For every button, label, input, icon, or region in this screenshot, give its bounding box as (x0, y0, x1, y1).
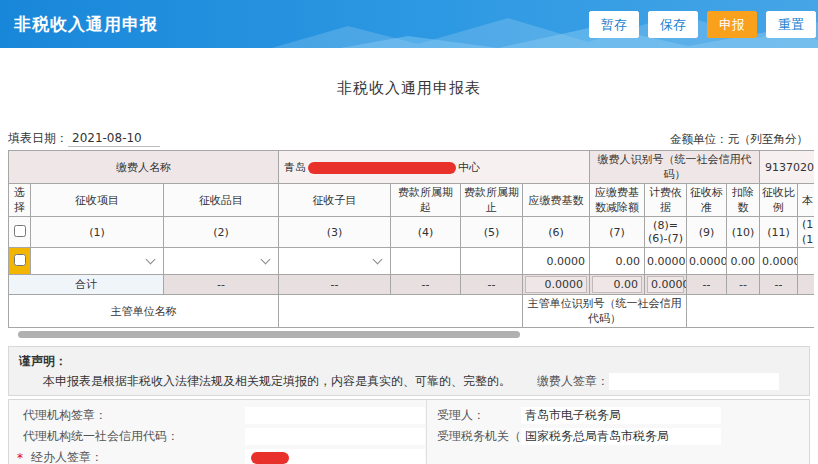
supervisor-name-value[interactable] (279, 295, 523, 328)
save-button[interactable]: 保存 (648, 11, 698, 38)
colnum-3: (3) (279, 217, 391, 248)
acceptor-label: 受理人： (437, 407, 485, 424)
fill-date-label: 填表日期： (8, 131, 68, 145)
horizontal-scrollbar[interactable] (18, 331, 520, 338)
col-fee-base: 应缴费基数 (523, 184, 590, 217)
col-select: 选择 (9, 184, 31, 217)
colnum-8: (8)=(6)-(7) (645, 217, 687, 248)
temp-save-button[interactable]: 暂存 (589, 11, 639, 38)
payer-name-redaction (308, 162, 456, 174)
footer-left-column: 代理机构签章： 代理机构统一社会信用代码： * 经办人签章： * 经办人身份证件… (9, 400, 427, 464)
total-row-label: 合计 (9, 275, 164, 295)
levy-standard-value: 0.000000 (687, 248, 727, 275)
payer-name-value: 青岛中心 (279, 151, 590, 184)
chevron-down-icon (373, 255, 383, 265)
row-select-cell (9, 248, 31, 275)
total-dash: -- (687, 275, 727, 295)
col-deduct-number: 扣除数 (727, 184, 760, 217)
period-end-input[interactable] (461, 248, 523, 275)
colnum-9: (9) (687, 217, 727, 248)
row-checkbox[interactable] (14, 254, 26, 266)
col-base-deduction: 应缴费基数减除额 (590, 184, 645, 217)
page-header-banner: 非税收入通用申报 暂存 保存 申报 重置 (0, 0, 818, 48)
total-dash: -- (391, 275, 461, 295)
statement-heading: 谨声明： (19, 353, 799, 370)
col-levy-subitem: 征收子目 (279, 184, 391, 217)
colnum-5: (5) (461, 217, 523, 248)
agency-code-label: 代理机构统一社会信用代码： (23, 428, 179, 445)
payer-signature-field[interactable] (609, 373, 779, 390)
chevron-down-icon (146, 255, 156, 265)
supervisor-id-value[interactable] (687, 295, 815, 328)
colnum-12: (1(1 (798, 217, 815, 248)
total-clipped-cell (798, 275, 815, 295)
colnum-6: (6) (523, 217, 590, 248)
deduct-number-input[interactable]: 0.00 (727, 248, 760, 275)
col-levy-standard: 征收标准 (687, 184, 727, 217)
total-dash: -- (279, 275, 391, 295)
declaration-statement-box: 谨声明： 本申报表是根据非税收入法律法规及相关规定填报的，内容是真实的、可靠的、… (8, 346, 810, 396)
col-billing-basis: 计费依据 (645, 184, 687, 217)
declaration-table-viewport: 缴费人名称 青岛中心 缴费人识别号（统一社会信用代码） 9137020 选择 征… (8, 150, 814, 328)
required-asterisk: * (17, 451, 23, 464)
base-deduction-input[interactable]: 0.00 (590, 248, 645, 275)
total-dash: -- (727, 275, 760, 295)
declare-button[interactable]: 申报 (707, 11, 757, 38)
colnum-11: (11) (760, 217, 798, 248)
fill-date-input[interactable]: 2021-08-10 (68, 131, 160, 147)
chevron-down-icon (261, 255, 271, 265)
colnum-1: (1) (31, 217, 164, 248)
payer-id-value: 9137020 (760, 151, 815, 184)
payer-id-label: 缴费人识别号（统一社会信用代码） (590, 151, 760, 184)
agency-signature-field[interactable] (245, 407, 425, 424)
colnum-4: (4) (391, 217, 461, 248)
total-base-deduction: 0.00 (590, 275, 645, 295)
payer-name-label: 缴费人名称 (9, 151, 279, 184)
select-all-cell (9, 217, 31, 248)
colnum-10: (10) (727, 217, 760, 248)
total-dash: -- (760, 275, 798, 295)
levy-item-select[interactable] (31, 248, 164, 275)
colnum-2: (2) (164, 217, 279, 248)
payer-name-suffix: 中心 (458, 161, 480, 174)
footer-spacer-row (437, 447, 809, 464)
payer-name-prefix: 青岛 (284, 161, 306, 174)
operator-signature-field[interactable] (245, 449, 425, 464)
col-period-end: 费款所属期止 (461, 184, 523, 217)
colnum-7: (7) (590, 217, 645, 248)
col-levy-item: 征收项目 (31, 184, 164, 217)
payer-signature-label: 缴费人签章： (537, 374, 609, 388)
footer-right-column: 受理人： 青岛市电子税务局 受理税务机关（章）： 国家税务总局青岛市税务局 受理… (427, 400, 809, 464)
declaration-table: 缴费人名称 青岛中心 缴费人识别号（统一社会信用代码） 9137020 选择 征… (8, 150, 814, 328)
levy-ratio-value: 0.000000 (760, 248, 798, 275)
billing-basis-value: 0.0000 (645, 248, 687, 275)
current-payable-cell (798, 248, 815, 275)
form-title: 非税收入通用申报表 (0, 79, 818, 98)
acceptor-value: 青岛市电子税务局 (521, 407, 721, 424)
total-fee-base: 0.0000 (523, 275, 590, 295)
tax-authority-value: 国家税务总局青岛市税务局 (521, 428, 721, 445)
total-dash: -- (461, 275, 523, 295)
select-all-checkbox[interactable] (14, 225, 26, 237)
reset-button[interactable]: 重置 (766, 11, 816, 38)
levy-subitem-select[interactable] (279, 248, 391, 275)
banner-buttons: 暂存 保存 申报 重置 (589, 11, 818, 38)
agency-signature-label: 代理机构签章： (23, 407, 107, 424)
operator-signature-label: 经办人签章： (31, 449, 103, 464)
form-meta-row: 填表日期：2021-08-10 金额单位：元（列至角分） (8, 129, 810, 147)
period-start-input[interactable] (391, 248, 461, 275)
operator-signature-redaction (251, 452, 289, 464)
amount-unit-note: 金额单位：元（列至角分） (670, 132, 808, 147)
footer-section: 代理机构签章： 代理机构统一社会信用代码： * 经办人签章： * 经办人身份证件… (8, 399, 810, 464)
supervisor-id-label: 主管单位识别号（统一社会信用代码） (523, 295, 687, 328)
fee-base-input[interactable]: 0.0000 (523, 248, 590, 275)
agency-code-field[interactable] (245, 428, 425, 445)
col-current-payable: 本 (798, 184, 815, 217)
payer-id-prefix: 9137020 (765, 161, 814, 174)
total-billing-basis: 0.0000 (645, 275, 687, 295)
col-levy-ratio: 征收比例 (760, 184, 798, 217)
page-title: 非税收入通用申报 (14, 0, 158, 48)
supervisor-name-label: 主管单位名称 (9, 295, 279, 328)
total-dash: -- (164, 275, 279, 295)
levy-category-select[interactable] (164, 248, 279, 275)
